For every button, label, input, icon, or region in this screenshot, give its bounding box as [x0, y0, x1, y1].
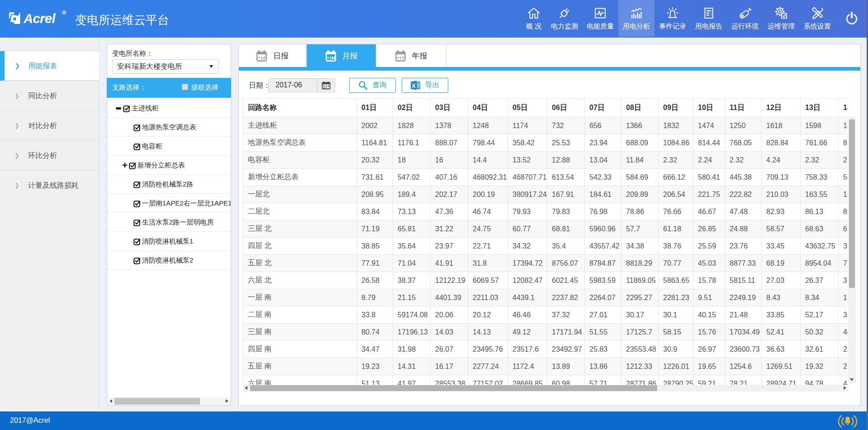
svg-text:+1M: +1M: [327, 55, 335, 60]
svg-text:X: X: [412, 83, 415, 89]
svg-text:+1d: +1d: [258, 55, 266, 60]
svg-text:+1Y: +1Y: [396, 55, 404, 60]
